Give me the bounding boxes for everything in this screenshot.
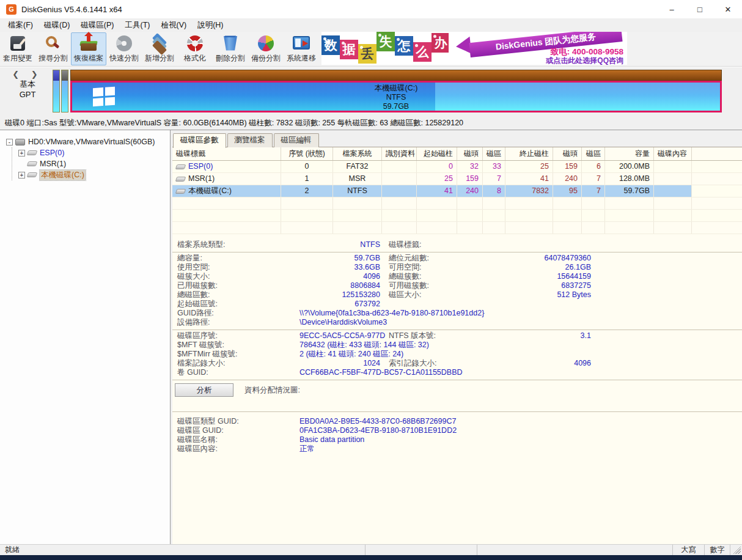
app-icon: G [6, 4, 17, 15]
window-bottom-edge [0, 555, 742, 560]
format-icon [186, 35, 204, 52]
quick-partition-button[interactable]: 快速分割 [106, 32, 142, 65]
table-row-empty [172, 197, 742, 210]
partition-details: 檔案系統類型: NTFS 磁碟標籤: 總容量:59.7GB 總位元組數:6407… [172, 239, 742, 456]
menu-bar: 檔案(F) 磁碟(D) 磁碟區(P) 工具(T) 檢視(V) 說明(H) [0, 18, 742, 32]
partition-icon [27, 161, 38, 166]
toolbar: 套用變更 搜尋分割 恢復檔案 快速分割 新增分割 格式化 刪除分割 備份分割 系… [0, 32, 742, 67]
tab-bar: 磁碟區參數 瀏覽檔案 磁區編輯 [173, 133, 319, 148]
analyze-button[interactable]: 分析 [175, 383, 233, 397]
collapse-icon[interactable]: - [6, 139, 13, 146]
ad-tile: 办 [432, 33, 449, 53]
partition-icon [175, 177, 186, 182]
table-row-c-drive[interactable]: 本機磁碟(C:) 2 NTFS 41 240 8 7832 95 7 59.7G… [172, 185, 742, 197]
title-bar: G DiskGenius V5.4.6.1441 x64 – □ ✕ [0, 0, 742, 18]
ad-tile: 失 [377, 32, 395, 51]
status-caps-indicator: 大寫 [672, 545, 704, 555]
disk-info-line: 磁碟0 端口:Sas 型號:VMware,VMwareVirtualS 容量: … [0, 116, 742, 130]
partition-table: 磁碟標籤 序號 (狀態) 檔案系統 識別資料 起始磁柱 磁頭 磁區 終止磁柱 磁… [172, 147, 742, 234]
partition-icon [175, 189, 186, 194]
allocation-map-section: 分析 資料分配情況圖: [172, 380, 742, 412]
diskgenius-window: { "window": { "title": "DiskGenius V5.4.… [0, 0, 742, 560]
resize-grip[interactable] [730, 545, 742, 555]
partition-bar-name: 本機磁碟(C:) [72, 84, 720, 93]
window-title: DiskGenius V5.4.6.1441 x64 [21, 5, 122, 14]
quick-partition-icon [116, 35, 133, 52]
ad-tile: 么 [413, 42, 432, 62]
table-row-msr[interactable]: MSR(1) 1 MSR 25 159 7 41 240 7 128.0MB [172, 173, 742, 185]
disk-tree-panel: - HD0:VMware,VMwareVirtualS(60GB) + ESP(… [0, 130, 171, 544]
new-partition-button[interactable]: 新增分割 [142, 32, 177, 65]
partition-bar-fs: NTFS [72, 93, 720, 102]
search-partition-button[interactable]: 搜尋分割 [35, 32, 71, 65]
table-row-empty [172, 222, 742, 234]
format-button[interactable]: 格式化 [177, 32, 213, 65]
system-migration-button[interactable]: 系統遷移 [284, 32, 319, 65]
hdd-icon [15, 139, 25, 146]
tab-browse-files[interactable]: 瀏覽檔案 [227, 133, 273, 147]
partition-parameters-page: 磁碟標籤 序號 (狀態) 檔案系統 識別資料 起始磁柱 磁頭 磁區 終止磁柱 磁… [172, 147, 742, 544]
backup-partition-button[interactable]: 備份分割 [248, 32, 284, 65]
recover-files-button[interactable]: 恢復檔案 [71, 32, 106, 65]
search-partition-icon [45, 35, 62, 52]
ad-tile: 据 [340, 40, 358, 59]
partition-bar-size: 59.7GB [72, 102, 720, 111]
menu-file[interactable]: 檔案(F) [2, 18, 39, 32]
data-loss-ad-banner[interactable]: 数 据 丢 失 怎 么 办 ! [321, 32, 449, 65]
esp-partition-bar[interactable] [53, 70, 60, 112]
ad-tile: 怎 [395, 36, 413, 56]
partition-icon [175, 164, 186, 169]
menu-help[interactable]: 說明(H) [192, 18, 229, 32]
ad-phone-number: 致电: 400-008-9958 [546, 48, 623, 56]
expand-icon[interactable]: + [18, 150, 25, 157]
main-area: - HD0:VMware,VMwareVirtualS(60GB) + ESP(… [0, 130, 742, 544]
tree-node-c-drive[interactable]: + 本機磁碟(C:) [18, 169, 170, 180]
disk-map-panel: ❮ ❯ 基本 GPT 本機磁碟(C:) NTFS 59.7GB [0, 67, 742, 116]
maximize-button[interactable]: □ [686, 0, 714, 18]
partition-icon [27, 150, 38, 155]
system-migration-icon [293, 35, 310, 52]
support-ad-banner[interactable]: DiskGenius 团队为您服务 致电: 400-008-9958 或点击此处… [449, 32, 627, 65]
menu-tools[interactable]: 工具(T) [120, 18, 156, 32]
apply-changes-button[interactable]: 套用變更 [0, 32, 35, 65]
detail-panel: 磁碟區參數 瀏覽檔案 磁區編輯 磁碟標籤 序號 (狀態) 檔案系統 識別資料 起… [171, 130, 742, 544]
expand-icon[interactable]: + [18, 172, 25, 179]
backup-partition-icon [257, 35, 274, 52]
apply-changes-icon [9, 35, 26, 52]
partition-icon [27, 172, 38, 177]
disk-nav-arrows-icon[interactable]: ❮ ❯ [10, 70, 45, 79]
ad-qq-link[interactable]: 或点击此处选择QQ咨询 [546, 56, 623, 65]
tree-node-msr[interactable]: MSR(1) [18, 158, 170, 169]
table-row-esp[interactable]: ESP(0) 0 FAT32 0 32 33 25 159 6 200.0MB [172, 161, 742, 173]
msr-partition-bar[interactable] [61, 70, 68, 112]
tree-node-disk[interactable]: - HD0:VMware,VMwareVirtualS(60GB) [6, 136, 170, 147]
new-partition-icon [151, 35, 168, 52]
status-bar: 就緒 大寫 數字 [0, 544, 742, 555]
disk-type-basic: 基本 [10, 79, 45, 89]
recover-files-icon [80, 35, 97, 52]
tab-partition-parameters[interactable]: 磁碟區參數 [173, 133, 226, 148]
delete-partition-button[interactable]: 刪除分割 [213, 32, 248, 65]
window-controls: – □ ✕ [658, 0, 742, 18]
menu-partition[interactable]: 磁碟區(P) [75, 18, 119, 32]
close-button[interactable]: ✕ [714, 0, 742, 18]
status-pane [365, 545, 477, 555]
ad-tile: 数 [321, 35, 340, 55]
c-drive-partition-bar[interactable]: 本機磁碟(C:) NTFS 59.7GB [70, 70, 722, 112]
partition-type-cap [70, 70, 722, 81]
status-num-indicator: 數字 [704, 545, 730, 555]
status-pane [477, 545, 672, 555]
menu-disk[interactable]: 磁碟(D) [39, 18, 75, 32]
tree-node-esp[interactable]: + ESP(0) [18, 147, 170, 158]
minimize-button[interactable]: – [658, 0, 686, 18]
partition-table-header: 磁碟標籤 序號 (狀態) 檔案系統 識別資料 起始磁柱 磁頭 磁區 終止磁柱 磁… [172, 147, 742, 161]
delete-partition-icon [222, 35, 239, 52]
table-row-empty [172, 210, 742, 222]
disk-type-gpt: GPT [10, 89, 45, 100]
status-ready-text: 就緒 [0, 545, 365, 555]
menu-view[interactable]: 檢視(V) [155, 18, 192, 32]
tab-sector-edit[interactable]: 磁區編輯 [274, 133, 319, 147]
ad-tile: 丢 [358, 44, 377, 64]
allocation-map-label: 資料分配情況圖: [244, 385, 300, 396]
